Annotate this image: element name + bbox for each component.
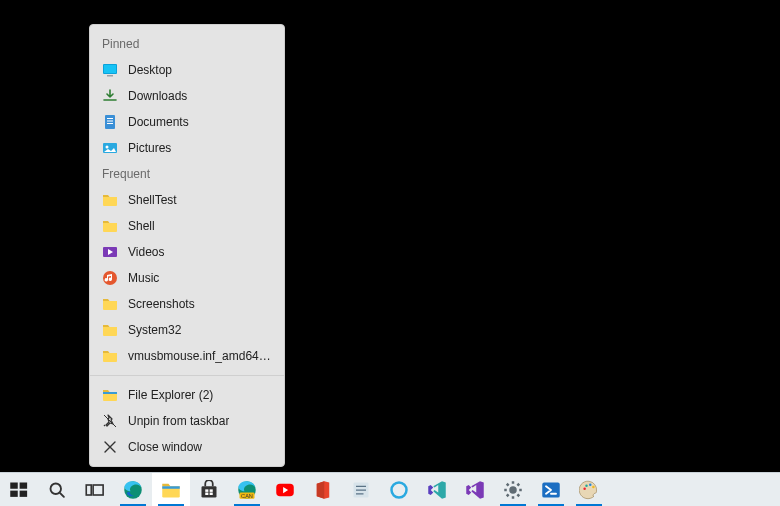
- taskbar-visual-studio[interactable]: [456, 473, 494, 506]
- visualstudio-icon: [465, 480, 485, 500]
- taskbar-office[interactable]: [304, 473, 342, 506]
- pinned-item-pictures[interactable]: Pictures: [90, 135, 284, 161]
- taskbar-cortana[interactable]: [380, 473, 418, 506]
- frequent-item-videos[interactable]: Videos: [90, 239, 284, 265]
- frequent-item-shelltest[interactable]: ShellTest: [90, 187, 284, 213]
- taskbar-youtube[interactable]: [266, 473, 304, 506]
- folder-icon: [102, 192, 118, 208]
- taskbar-edge[interactable]: [114, 473, 152, 506]
- notepad-icon: [351, 480, 371, 500]
- document-icon: [102, 114, 118, 130]
- frequent-item-shell[interactable]: Shell: [90, 213, 284, 239]
- start-button[interactable]: [0, 473, 38, 506]
- taskview-icon: [85, 480, 105, 500]
- pinned-item-documents[interactable]: Documents: [90, 109, 284, 135]
- frequent-item-label: vmusbmouse.inf_amd64_64ac7a0a...: [128, 349, 272, 363]
- videos-icon: [102, 244, 118, 260]
- frequent-item-label: Music: [128, 271, 159, 285]
- pinned-item-desktop[interactable]: Desktop: [90, 57, 284, 83]
- taskbar-powershell[interactable]: [532, 473, 570, 506]
- task-file-explorer[interactable]: File Explorer (2): [90, 382, 284, 408]
- folder-icon: [102, 296, 118, 312]
- taskbar-notepad[interactable]: [342, 473, 380, 506]
- frequent-item-screenshots[interactable]: Screenshots: [90, 291, 284, 317]
- pinned-item-downloads[interactable]: Downloads: [90, 83, 284, 109]
- frequent-item-label: Screenshots: [128, 297, 195, 311]
- folder-icon: [102, 218, 118, 234]
- settings-icon: [503, 480, 523, 500]
- task-label: Close window: [128, 440, 202, 454]
- unpin-icon: [102, 413, 118, 429]
- youtube-icon: [275, 480, 295, 500]
- vs-preview-icon: [427, 480, 447, 500]
- folder-icon: [102, 348, 118, 364]
- folder-icon: [102, 322, 118, 338]
- frequent-item-music[interactable]: Music: [90, 265, 284, 291]
- frequent-item-label: Shell: [128, 219, 155, 233]
- taskbar-file-explorer[interactable]: [152, 473, 190, 506]
- frequent-item-vmusbmouse[interactable]: vmusbmouse.inf_amd64_64ac7a0a...: [90, 343, 284, 369]
- frequent-item-label: ShellTest: [128, 193, 177, 207]
- taskbar-settings[interactable]: [494, 473, 532, 506]
- task-close-window[interactable]: Close window: [90, 434, 284, 460]
- pictures-icon: [102, 140, 118, 156]
- task-view-button[interactable]: [76, 473, 114, 506]
- frequent-header: Frequent: [90, 161, 284, 187]
- frequent-item-system32[interactable]: System32: [90, 317, 284, 343]
- task-unpin[interactable]: Unpin from taskbar: [90, 408, 284, 434]
- office-icon: [313, 480, 333, 500]
- paint-icon: [579, 480, 599, 500]
- edge-canary-icon: [237, 480, 257, 500]
- file-explorer-jumplist: Pinned Desktop Downloads Documents Pictu…: [89, 24, 285, 467]
- search-icon: [47, 480, 67, 500]
- store-icon: [199, 480, 219, 500]
- taskbar-paint[interactable]: [570, 473, 608, 506]
- download-icon: [102, 88, 118, 104]
- separator: [90, 375, 284, 376]
- search-button[interactable]: [38, 473, 76, 506]
- pinned-item-label: Downloads: [128, 89, 187, 103]
- close-icon: [102, 439, 118, 455]
- file-explorer-icon: [102, 387, 118, 403]
- pinned-item-label: Pictures: [128, 141, 171, 155]
- music-icon: [102, 270, 118, 286]
- edge-icon: [123, 480, 143, 500]
- file-explorer-icon: [161, 480, 181, 500]
- pinned-item-label: Desktop: [128, 63, 172, 77]
- powershell-icon: [541, 480, 561, 500]
- windows-icon: [9, 480, 29, 500]
- pinned-item-label: Documents: [128, 115, 189, 129]
- taskbar: [0, 472, 780, 506]
- desktop-icon: [102, 62, 118, 78]
- taskbar-vs-preview[interactable]: [418, 473, 456, 506]
- frequent-item-label: System32: [128, 323, 181, 337]
- task-label: File Explorer (2): [128, 388, 213, 402]
- taskbar-store[interactable]: [190, 473, 228, 506]
- frequent-item-label: Videos: [128, 245, 164, 259]
- taskbar-edge-canary[interactable]: [228, 473, 266, 506]
- task-label: Unpin from taskbar: [128, 414, 229, 428]
- cortana-icon: [389, 480, 409, 500]
- pinned-header: Pinned: [90, 31, 284, 57]
